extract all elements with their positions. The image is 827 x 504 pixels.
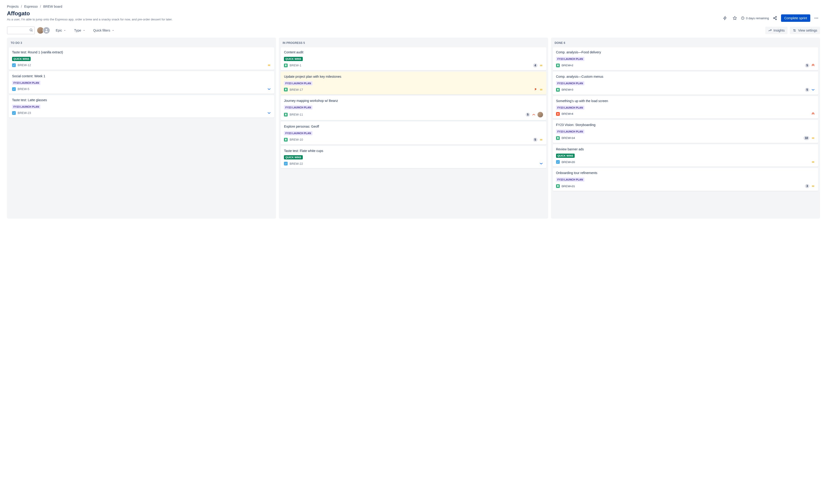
time-remaining-text: 0 days remaining [746, 16, 769, 20]
sprint-title: Affogato [7, 10, 173, 17]
svg-rect-27 [812, 138, 815, 139]
time-remaining: 0 days remaining [741, 16, 769, 20]
svg-rect-23 [540, 139, 542, 140]
column-done: DONE 6 Comp. analysis—Food deliveryFY23 … [551, 38, 820, 218]
epic-filter[interactable]: Epic [53, 27, 68, 34]
svg-rect-19 [540, 65, 542, 65]
issue-key: BREW-20 [562, 160, 575, 164]
svg-line-5 [774, 17, 775, 18]
automation-icon[interactable] [721, 14, 729, 22]
svg-point-10 [30, 29, 32, 31]
issue-key: BREW-17 [290, 88, 303, 91]
card[interactable]: Taste test: Flate white cupsQUICK WINSBR… [281, 146, 546, 168]
issue-key: BREW-23 [18, 111, 31, 115]
story-points: 5 [805, 88, 809, 92]
svg-point-16 [794, 31, 795, 31]
issue-key: BREW-21 [562, 185, 575, 188]
breadcrumb-espresso[interactable]: Espresso [24, 5, 38, 8]
priority-medium-icon [539, 88, 543, 91]
insights-button[interactable]: Insights [765, 27, 787, 34]
card-title: Journey mapping workshop w/ Beanz [284, 99, 543, 103]
svg-rect-26 [812, 137, 815, 138]
label-fy23: FY23 LAUNCH PLAN [556, 57, 584, 61]
breadcrumb-sep: / [40, 5, 41, 8]
issue-key: BREW-12 [18, 63, 31, 67]
card[interactable]: Journey mapping workshop w/ BeanzFY23 LA… [281, 96, 546, 120]
issue-type-story-icon [284, 113, 288, 116]
priority-low-icon [539, 162, 543, 165]
issue-key: BREW-5 [18, 87, 29, 91]
column-inprogress: IN PROGRESS 5 Content auditQUICK WINSBRE… [279, 38, 548, 218]
svg-point-2 [775, 16, 777, 18]
svg-rect-20 [540, 66, 542, 66]
breadcrumb-projects[interactable]: Projects [7, 5, 19, 8]
svg-rect-18 [268, 65, 271, 66]
card[interactable]: Onboarding tour refinementsFY23 LAUNCH P… [553, 168, 818, 191]
label-fy23: FY23 LAUNCH PLAN [284, 131, 312, 135]
card[interactable]: Taste test: Round 1 (vanilla extract)QUI… [9, 47, 274, 70]
avatar-unassigned[interactable] [43, 27, 50, 34]
svg-point-15 [793, 30, 794, 30]
column-header-inprogress: IN PROGRESS 5 [281, 40, 546, 47]
star-icon[interactable] [731, 14, 738, 22]
svg-rect-28 [812, 161, 815, 162]
quick-filters[interactable]: Quick filters [91, 27, 117, 34]
card[interactable]: Update project plan with key milestonesF… [281, 72, 546, 94]
issue-key: BREW-22 [290, 162, 303, 165]
svg-point-12 [46, 29, 47, 31]
svg-rect-30 [812, 186, 815, 186]
card-title: Social content: Week 1 [12, 74, 271, 79]
card[interactable]: FY23 Vision: StoryboardingFY23 LAUNCH PL… [553, 120, 818, 143]
issue-type-story-icon [284, 88, 288, 91]
priority-medium-icon [539, 63, 543, 67]
priority-high-icon [532, 113, 536, 116]
card[interactable]: Comp. analysis—Food deliveryFY23 LAUNCH … [553, 47, 818, 70]
issue-key: BREW-3 [562, 88, 573, 91]
settings-icon [793, 29, 796, 32]
breadcrumb-sep: / [21, 5, 22, 8]
more-actions-icon[interactable] [813, 14, 820, 22]
issue-key: BREW-11 [290, 113, 303, 116]
card[interactable]: Review banner adsQUICK WINSBREW-20 [553, 144, 818, 167]
card[interactable]: Content auditQUICK WINSBREW-14 [281, 47, 546, 70]
svg-rect-22 [540, 90, 542, 90]
issue-type-story-icon [556, 63, 560, 67]
breadcrumb-board[interactable]: BREW board [43, 5, 62, 8]
type-filter[interactable]: Type [72, 27, 88, 34]
svg-rect-24 [540, 140, 542, 140]
issue-key: BREW-4 [562, 112, 573, 115]
card[interactable]: Something's up with the load screenFY23 … [553, 96, 818, 118]
priority-medium-icon [811, 160, 815, 164]
search-icon [29, 28, 33, 33]
story-points: 3 [805, 184, 809, 188]
card-title: FY23 Vision: Storyboarding [556, 123, 815, 127]
card[interactable]: Social content: Week 1FY23 LAUNCH PLANBR… [9, 71, 274, 94]
issue-type-task-icon [12, 87, 16, 91]
card[interactable]: Taste test: Latte glassesFY23 LAUNCH PLA… [9, 95, 274, 118]
story-points: 4 [533, 63, 537, 67]
view-settings-button[interactable]: View settings [790, 27, 820, 34]
share-icon[interactable] [771, 14, 779, 22]
assignee-avatar[interactable] [537, 112, 543, 117]
label-quickwins: QUICK WINS [284, 57, 302, 61]
breadcrumb: Projects / Espresso / BREW board [7, 5, 820, 8]
column-header-done: DONE 6 [553, 40, 818, 47]
priority-low-icon [267, 87, 271, 91]
priority-highest-icon [811, 63, 815, 67]
svg-line-6 [774, 18, 775, 19]
label-fy23: FY23 LAUNCH PLAN [284, 105, 312, 109]
svg-rect-17 [268, 64, 271, 65]
issue-type-task-icon [12, 111, 16, 115]
story-points: 5 [805, 63, 809, 67]
complete-sprint-button[interactable]: Complete sprint [781, 14, 810, 22]
card-title: Comp. analysis—Custom menus [556, 74, 815, 79]
issue-type-story-icon [556, 184, 560, 188]
label-fy23: FY23 LAUNCH PLAN [284, 81, 312, 85]
svg-marker-0 [733, 16, 736, 20]
card[interactable]: Explore personas: GeoffFY23 LAUNCH PLANB… [281, 121, 546, 145]
priority-low-icon [811, 88, 815, 92]
card-title: Taste test: Round 1 (vanilla extract) [12, 50, 271, 55]
priority-highest-icon [811, 112, 815, 116]
svg-point-8 [816, 18, 817, 18]
card[interactable]: Comp. analysis—Custom menusFY23 LAUNCH P… [553, 72, 818, 95]
